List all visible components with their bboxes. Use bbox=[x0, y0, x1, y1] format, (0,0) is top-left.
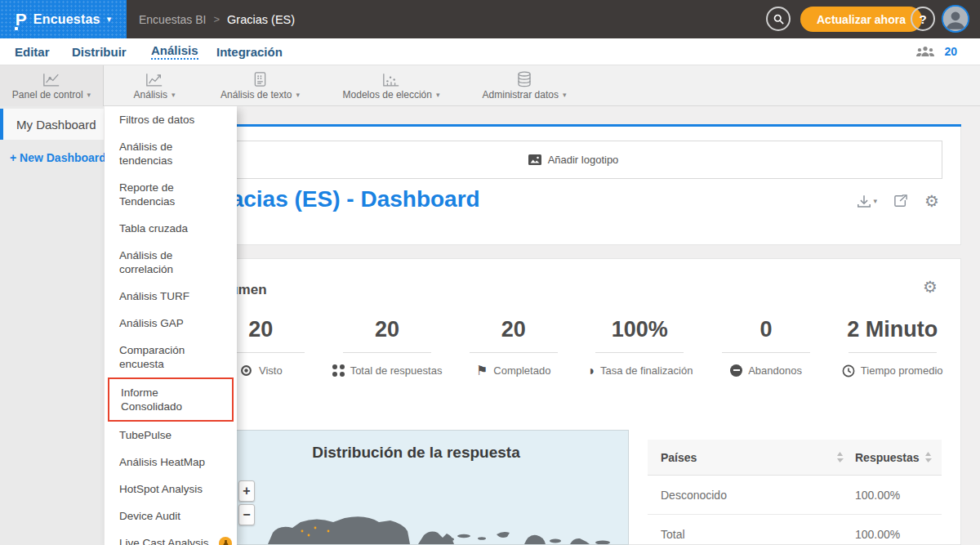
stat-label: Visto bbox=[259, 364, 283, 377]
toolbar-label: Panel de control bbox=[12, 89, 83, 101]
help-button[interactable]: ? bbox=[911, 7, 935, 31]
scatter-chart-icon bbox=[382, 72, 400, 87]
menu-item-filtros-de-datos[interactable]: Filtros de datos bbox=[105, 106, 237, 133]
stat-value: 100% bbox=[612, 318, 668, 342]
stat-label: Completado bbox=[493, 364, 550, 377]
add-logo-dropzone[interactable]: Añadir logotipo bbox=[204, 141, 942, 179]
stat-total-respuestas: 20 Total de respuestas bbox=[324, 318, 451, 377]
tab-distribuir[interactable]: Distribuir bbox=[72, 38, 127, 65]
menu-item-hotspot-analysis[interactable]: HotSpot Analysis bbox=[105, 476, 237, 503]
stat-value: 20 bbox=[375, 318, 399, 342]
chevron-down-icon: ▾ bbox=[436, 91, 440, 99]
menu-item-informe-consolidado[interactable]: Informe Consolidado bbox=[108, 377, 234, 422]
search-icon bbox=[773, 13, 785, 25]
beta-flask-badge-icon bbox=[219, 537, 232, 545]
product-switcher[interactable]: P Encuestas ▾ bbox=[0, 0, 127, 38]
column-header-paises[interactable]: Países bbox=[648, 451, 855, 464]
toolbar-label: Análisis de texto bbox=[220, 89, 292, 101]
table-header-row: Países Respuestas bbox=[648, 440, 942, 476]
world-map-land bbox=[204, 507, 629, 544]
card-accent-line bbox=[184, 124, 961, 127]
stat-label: Tasa de finalización bbox=[600, 364, 693, 377]
settings-gear-icon[interactable]: ⚙ bbox=[924, 193, 939, 209]
page-title: Gracias (ES) - Dashboard bbox=[204, 186, 480, 212]
menu-item-label: Live Cast Analysis bbox=[119, 537, 209, 545]
stat-abandonos: 0 Abandonos bbox=[703, 318, 830, 377]
toolbar-analisis[interactable]: Análisis▾ bbox=[118, 65, 190, 106]
minus-circle-icon bbox=[730, 364, 742, 377]
update-now-button[interactable]: Actualizar ahora bbox=[800, 7, 922, 32]
toolbar-administrar-datos[interactable]: Administrar datos▾ bbox=[467, 65, 581, 106]
menu-item-live-cast-analysis[interactable]: Live Cast Analysis bbox=[105, 529, 237, 545]
summary-gear-icon[interactable]: ⚙ bbox=[923, 279, 938, 295]
menu-item-analisis-gap[interactable]: Análisis GAP bbox=[105, 310, 237, 337]
country-value: 100.00% bbox=[855, 528, 942, 541]
map-zoom-in-button[interactable]: + bbox=[238, 480, 255, 502]
menu-item-analisis-de-correlacion[interactable]: Análisis de correlación bbox=[105, 242, 237, 283]
column-label: Respuestas bbox=[855, 451, 920, 464]
menu-item-tabla-cruzada[interactable]: Tabla cruzada bbox=[105, 215, 237, 242]
add-logo-label: Añadir logotipo bbox=[548, 154, 619, 166]
menu-item-comparacion-encuesta[interactable]: Comparación encuesta bbox=[105, 337, 237, 377]
search-button[interactable] bbox=[766, 7, 791, 31]
clock-icon bbox=[842, 364, 855, 377]
toolbar-label: Modelos de elección bbox=[343, 89, 432, 101]
stat-label: Abandonos bbox=[748, 364, 802, 377]
stat-value: 0 bbox=[760, 318, 773, 342]
chevron-down-icon: ▾ bbox=[107, 14, 112, 25]
share-button[interactable] bbox=[893, 194, 908, 208]
menu-item-analisis-heatmap[interactable]: Análisis HeatMap bbox=[105, 449, 237, 476]
toolbar-label: Análisis bbox=[134, 89, 167, 101]
trend-chart-icon bbox=[145, 72, 163, 87]
stat-value: 20 bbox=[248, 318, 273, 342]
breadcrumb-parent[interactable]: Encuestas BI bbox=[139, 13, 207, 26]
toolbar-panel-de-control[interactable]: Panel de control▾ bbox=[0, 65, 104, 106]
response-distribution-map: Distribución de la respuesta bbox=[203, 430, 629, 545]
stat-completado: 20 ⚑ Completado bbox=[450, 318, 577, 377]
dashboard-sidebar: My Dashboard + New Dashboard bbox=[0, 106, 104, 545]
map-title: Distribución de la respuesta bbox=[204, 444, 628, 462]
toolbar-modelos-de-eleccion[interactable]: Modelos de elección▾ bbox=[330, 65, 452, 106]
sidebar-item-my-dashboard[interactable]: My Dashboard bbox=[0, 109, 104, 140]
menu-item-reporte-de-tendencias[interactable]: Reporte de Tendencias bbox=[105, 174, 237, 215]
text-document-icon bbox=[253, 71, 267, 87]
image-icon bbox=[528, 154, 541, 165]
proprofs-logo-icon: P bbox=[16, 11, 27, 28]
tab-editar[interactable]: Editar bbox=[15, 38, 50, 65]
menu-item-tubepulse[interactable]: TubePulse bbox=[105, 422, 237, 449]
menu-item-analisis-turf[interactable]: Análisis TURF bbox=[105, 283, 237, 310]
database-icon bbox=[516, 71, 532, 87]
stat-tasa-finalizacion: 100% ◑ Tasa de finalización bbox=[577, 318, 703, 377]
user-avatar[interactable] bbox=[942, 5, 969, 33]
country-value: 100.00% bbox=[855, 489, 942, 502]
flag-icon: ⚑ bbox=[476, 364, 488, 377]
new-dashboard-button[interactable]: + New Dashboard bbox=[10, 151, 106, 164]
menu-item-device-audit[interactable]: Device Audit bbox=[105, 503, 237, 529]
breadcrumb-separator: > bbox=[214, 13, 220, 25]
respondents-count: 20 bbox=[944, 45, 957, 58]
eye-icon bbox=[239, 365, 253, 376]
title-actions: ▾ ⚙ bbox=[857, 193, 939, 209]
people-group-icon bbox=[915, 45, 936, 58]
map-zoom-out-button[interactable]: − bbox=[238, 504, 255, 525]
respondents-counter[interactable]: 20 bbox=[915, 38, 957, 65]
half-circle-icon: ◑ bbox=[586, 364, 595, 377]
country-name: Desconocido bbox=[648, 489, 855, 502]
product-name: Encuestas bbox=[33, 12, 100, 27]
line-chart-icon bbox=[42, 72, 60, 87]
chevron-down-icon: ▾ bbox=[172, 91, 176, 99]
column-header-respuestas[interactable]: Respuestas bbox=[855, 451, 942, 464]
download-button[interactable]: ▾ bbox=[857, 194, 878, 208]
stat-value: 2 Minuto bbox=[847, 318, 938, 342]
analysis-dropdown-menu: Filtros de datos Análisis de tendencias … bbox=[105, 106, 237, 545]
top-navigation-bar: P Encuestas ▾ Encuestas BI > Gracias (ES… bbox=[0, 0, 980, 38]
stat-label: Tiempo promedio bbox=[861, 364, 943, 377]
menu-item-analisis-de-tendencias[interactable]: Análisis de tendencias bbox=[105, 133, 237, 174]
breadcrumb-current: Gracias (ES) bbox=[227, 13, 295, 26]
tab-integracion[interactable]: Integración bbox=[216, 38, 283, 65]
countries-table: Países Respuestas Desconocido 100.00% To… bbox=[648, 440, 942, 545]
toolbar-analisis-de-texto[interactable]: Análisis de texto▾ bbox=[205, 65, 315, 106]
dashboard-header-card: Añadir logotipo Gracias (ES) - Dashboard… bbox=[184, 124, 961, 245]
tab-analisis[interactable]: Análisis bbox=[151, 38, 198, 65]
analysis-toolbar: Panel de control▾ Análisis▾ Análisis de … bbox=[0, 65, 980, 106]
